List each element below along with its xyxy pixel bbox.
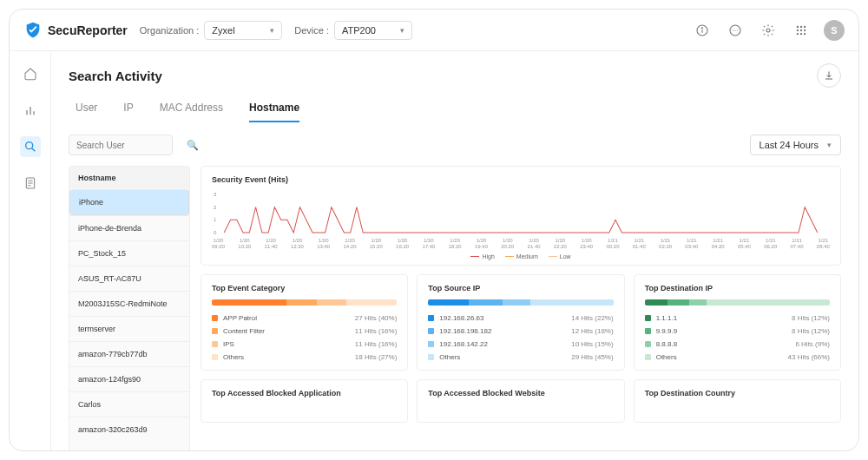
stat-card: Top Accessed Blocked Website [417,379,624,423]
svg-text:1: 1 [214,217,217,222]
svg-point-13 [804,29,806,30]
svg-point-12 [800,29,802,30]
x-tick: 1/2017:40 [422,238,435,250]
hostname-item[interactable]: amazon-320c263d9 [69,417,189,442]
apps-icon[interactable] [791,20,812,41]
x-tick: 1/2010:20 [238,238,251,250]
x-tick: 1/2102:20 [659,238,672,250]
svg-point-15 [800,32,802,34]
stat-row: APP Patrol27 Hits (40%) [212,314,397,322]
hostname-item[interactable]: amazon-779cb77db [69,341,189,366]
legend-item: Medium [505,253,538,260]
x-tick: 1/2014:20 [343,238,356,250]
x-tick: 1/2106:20 [764,238,777,250]
svg-point-11 [797,29,799,30]
svg-point-8 [797,25,799,27]
stat-row: Others18 Hits (27%) [212,353,397,361]
x-tick: 1/2009:20 [212,238,225,250]
card-title: Top Destination IP [645,284,830,292]
svg-point-4 [733,30,733,30]
stat-card: Top Accessed Blocked Application [201,379,408,423]
x-tick: 1/2100:20 [606,238,619,250]
hostname-item[interactable]: amazon-124fgs90 [69,366,189,391]
stat-row: 8.8.8.86 Hits (9%) [645,340,830,348]
svg-text:3: 3 [214,192,217,197]
tab-ip[interactable]: IP [123,102,133,122]
app-logo: SecuReporter [23,21,128,40]
stat-row: Content Filter11 Hits (16%) [212,327,397,335]
gear-icon[interactable] [758,20,779,41]
device-label: Device : [294,25,329,36]
x-tick: 1/2104:20 [712,238,725,250]
nav-analytics-icon[interactable] [20,100,41,121]
hostname-item[interactable]: termserver [69,316,189,341]
chevron-down-icon: ▾ [400,26,404,35]
x-tick: 1/2015:20 [370,238,383,250]
svg-point-10 [804,25,806,27]
svg-text:0: 0 [214,230,217,235]
page-title: Search Activity [69,69,162,83]
shield-icon [23,21,43,40]
tab-hostname[interactable]: Hostname [249,102,299,122]
x-tick: 1/2023:40 [580,238,593,250]
x-tick: 1/2105:40 [738,238,751,250]
org-label: Organization : [140,25,199,36]
hostname-item[interactable]: ASUS_RT-AC87U [69,266,189,291]
hostname-item[interactable]: PC_Stock_15 [69,240,189,266]
x-tick: 1/2016:20 [396,238,409,250]
stat-card: Top Source IP192.168.26.6314 Hits (22%)1… [417,274,624,371]
x-tick: 1/2011:40 [265,238,278,250]
svg-point-7 [766,29,770,32]
legend-item: Low [549,253,571,260]
search-input[interactable] [76,141,187,150]
security-event-chart-card: Security Event (Hits) 0123 1/2009:201/20… [201,166,841,266]
tab-mac-address[interactable]: MAC Address [160,102,223,122]
legend-item: High [470,253,494,260]
hostname-item[interactable]: iPhone [69,189,189,215]
card-title: Top Accessed Blocked Application [212,389,397,398]
device-select[interactable]: ATP200▾ [334,21,412,40]
svg-point-2 [701,27,702,28]
card-title: Top Source IP [428,284,613,292]
avatar[interactable]: S [824,20,845,41]
org-select[interactable]: Zyxel▾ [204,21,282,40]
hostname-list: Hostname iPhoneiPhone-de-BrendaPC_Stock_… [69,166,190,450]
svg-text:2: 2 [214,205,217,210]
svg-point-20 [25,142,32,149]
stat-card: Top Event CategoryAPP Patrol27 Hits (40%… [201,274,408,371]
svg-point-14 [797,32,799,34]
svg-point-5 [734,30,735,30]
help-icon[interactable] [725,20,746,41]
x-tick: 1/2107:40 [791,238,804,250]
chevron-down-icon: ▾ [270,26,274,35]
x-tick: 1/2101:40 [633,238,646,250]
hostname-item[interactable]: M2003J15SC-RedmiNote [69,291,189,316]
hostname-item[interactable]: iPhone-de-Brenda [69,215,189,240]
search-icon: 🔍 [187,140,199,151]
nav-report-icon[interactable] [20,173,41,194]
card-title: Top Accessed Blocked Website [428,389,613,398]
x-tick: 1/2021:40 [528,238,541,250]
x-tick: 1/2013:40 [317,238,330,250]
x-tick: 1/2103:40 [685,238,698,250]
tab-user[interactable]: User [76,102,97,122]
x-tick: 1/2108:40 [817,238,830,250]
nav-search-icon[interactable] [20,136,41,157]
svg-point-6 [737,30,738,30]
time-range-select[interactable]: Last 24 Hours ▾ [750,135,841,155]
stat-row: IPS11 Hits (16%) [212,340,397,348]
hostname-item[interactable]: Carlos [69,391,189,417]
search-input-wrap[interactable]: 🔍 [69,135,173,155]
svg-point-9 [800,25,802,27]
card-title: Top Event Category [212,284,397,292]
nav-home-icon[interactable] [20,63,41,84]
info-icon[interactable] [692,20,713,41]
chart-title: Security Event (Hits) [212,175,830,184]
stat-row: 192.168.26.6314 Hits (22%) [428,314,613,322]
app-name: SecuReporter [48,23,128,37]
download-button[interactable] [817,63,841,88]
x-tick: 1/2022:20 [554,238,567,250]
svg-line-21 [31,148,35,152]
stat-card: Top Destination IP1.1.1.18 Hits (12%)9.9… [634,274,841,371]
stat-card: Top Destination Country [634,379,841,423]
